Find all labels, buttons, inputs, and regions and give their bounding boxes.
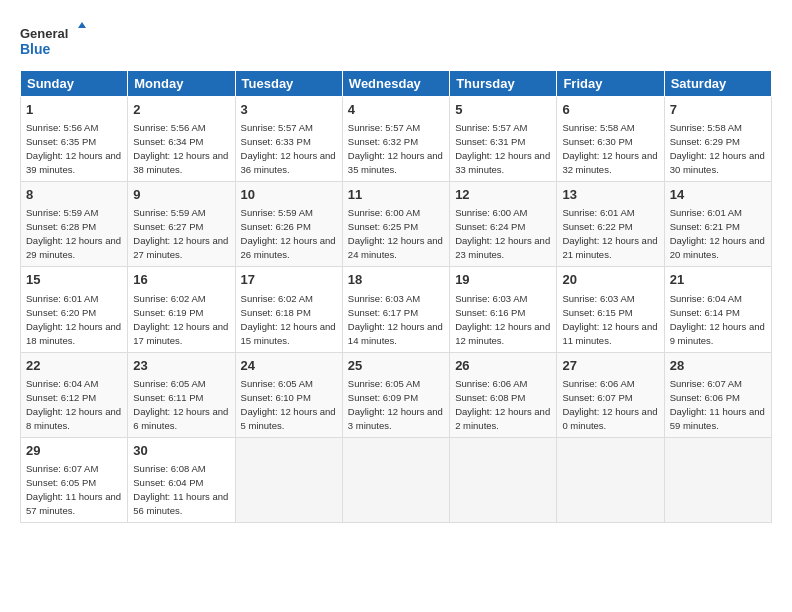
day-sunrise: Sunrise: 6:03 AM	[455, 293, 527, 304]
day-sunrise: Sunrise: 6:04 AM	[26, 378, 98, 389]
day-number: 30	[133, 442, 229, 460]
day-daylight: Daylight: 12 hours and 21 minutes.	[562, 235, 657, 260]
day-number: 10	[241, 186, 337, 204]
day-number: 3	[241, 101, 337, 119]
day-daylight: Daylight: 12 hours and 2 minutes.	[455, 406, 550, 431]
day-number: 5	[455, 101, 551, 119]
day-daylight: Daylight: 11 hours and 56 minutes.	[133, 491, 228, 516]
calendar-cell	[342, 437, 449, 522]
calendar-cell	[450, 437, 557, 522]
day-sunrise: Sunrise: 5:58 AM	[562, 122, 634, 133]
calendar-header-row: SundayMondayTuesdayWednesdayThursdayFrid…	[21, 71, 772, 97]
day-daylight: Daylight: 12 hours and 0 minutes.	[562, 406, 657, 431]
calendar-week-row: 22 Sunrise: 6:04 AM Sunset: 6:12 PM Dayl…	[21, 352, 772, 437]
day-daylight: Daylight: 12 hours and 5 minutes.	[241, 406, 336, 431]
day-daylight: Daylight: 12 hours and 32 minutes.	[562, 150, 657, 175]
day-daylight: Daylight: 11 hours and 57 minutes.	[26, 491, 121, 516]
day-number: 7	[670, 101, 766, 119]
calendar-cell: 7 Sunrise: 5:58 AM Sunset: 6:29 PM Dayli…	[664, 97, 771, 182]
calendar-cell: 14 Sunrise: 6:01 AM Sunset: 6:21 PM Dayl…	[664, 182, 771, 267]
day-header-saturday: Saturday	[664, 71, 771, 97]
day-daylight: Daylight: 12 hours and 18 minutes.	[26, 321, 121, 346]
day-daylight: Daylight: 12 hours and 14 minutes.	[348, 321, 443, 346]
calendar-cell: 20 Sunrise: 6:03 AM Sunset: 6:15 PM Dayl…	[557, 267, 664, 352]
day-sunrise: Sunrise: 6:01 AM	[562, 207, 634, 218]
day-daylight: Daylight: 12 hours and 6 minutes.	[133, 406, 228, 431]
calendar-cell: 11 Sunrise: 6:00 AM Sunset: 6:25 PM Dayl…	[342, 182, 449, 267]
calendar-cell: 25 Sunrise: 6:05 AM Sunset: 6:09 PM Dayl…	[342, 352, 449, 437]
calendar-cell: 1 Sunrise: 5:56 AM Sunset: 6:35 PM Dayli…	[21, 97, 128, 182]
calendar-cell: 18 Sunrise: 6:03 AM Sunset: 6:17 PM Dayl…	[342, 267, 449, 352]
calendar-cell: 13 Sunrise: 6:01 AM Sunset: 6:22 PM Dayl…	[557, 182, 664, 267]
day-sunset: Sunset: 6:31 PM	[455, 136, 525, 147]
day-sunset: Sunset: 6:32 PM	[348, 136, 418, 147]
day-daylight: Daylight: 12 hours and 35 minutes.	[348, 150, 443, 175]
day-sunrise: Sunrise: 6:05 AM	[241, 378, 313, 389]
day-sunset: Sunset: 6:29 PM	[670, 136, 740, 147]
day-sunset: Sunset: 6:24 PM	[455, 221, 525, 232]
day-sunrise: Sunrise: 5:59 AM	[133, 207, 205, 218]
day-sunrise: Sunrise: 6:07 AM	[670, 378, 742, 389]
day-number: 9	[133, 186, 229, 204]
day-daylight: Daylight: 12 hours and 3 minutes.	[348, 406, 443, 431]
day-number: 17	[241, 271, 337, 289]
day-sunrise: Sunrise: 6:02 AM	[241, 293, 313, 304]
calendar-cell: 6 Sunrise: 5:58 AM Sunset: 6:30 PM Dayli…	[557, 97, 664, 182]
day-sunset: Sunset: 6:22 PM	[562, 221, 632, 232]
day-daylight: Daylight: 12 hours and 20 minutes.	[670, 235, 765, 260]
day-sunrise: Sunrise: 6:00 AM	[455, 207, 527, 218]
day-number: 24	[241, 357, 337, 375]
calendar-cell: 4 Sunrise: 5:57 AM Sunset: 6:32 PM Dayli…	[342, 97, 449, 182]
calendar-cell: 16 Sunrise: 6:02 AM Sunset: 6:19 PM Dayl…	[128, 267, 235, 352]
day-sunset: Sunset: 6:30 PM	[562, 136, 632, 147]
day-sunset: Sunset: 6:26 PM	[241, 221, 311, 232]
day-daylight: Daylight: 12 hours and 33 minutes.	[455, 150, 550, 175]
calendar-cell: 29 Sunrise: 6:07 AM Sunset: 6:05 PM Dayl…	[21, 437, 128, 522]
day-number: 2	[133, 101, 229, 119]
day-sunset: Sunset: 6:06 PM	[670, 392, 740, 403]
calendar-cell: 3 Sunrise: 5:57 AM Sunset: 6:33 PM Dayli…	[235, 97, 342, 182]
day-sunrise: Sunrise: 6:05 AM	[133, 378, 205, 389]
day-sunrise: Sunrise: 6:03 AM	[562, 293, 634, 304]
day-number: 4	[348, 101, 444, 119]
day-sunrise: Sunrise: 5:59 AM	[26, 207, 98, 218]
day-sunset: Sunset: 6:11 PM	[133, 392, 203, 403]
calendar-cell: 9 Sunrise: 5:59 AM Sunset: 6:27 PM Dayli…	[128, 182, 235, 267]
day-sunset: Sunset: 6:04 PM	[133, 477, 203, 488]
calendar-cell: 19 Sunrise: 6:03 AM Sunset: 6:16 PM Dayl…	[450, 267, 557, 352]
calendar-cell: 23 Sunrise: 6:05 AM Sunset: 6:11 PM Dayl…	[128, 352, 235, 437]
day-sunset: Sunset: 6:20 PM	[26, 307, 96, 318]
calendar-cell: 30 Sunrise: 6:08 AM Sunset: 6:04 PM Dayl…	[128, 437, 235, 522]
day-sunrise: Sunrise: 5:57 AM	[348, 122, 420, 133]
day-sunset: Sunset: 6:18 PM	[241, 307, 311, 318]
calendar-cell: 24 Sunrise: 6:05 AM Sunset: 6:10 PM Dayl…	[235, 352, 342, 437]
day-daylight: Daylight: 12 hours and 38 minutes.	[133, 150, 228, 175]
day-sunset: Sunset: 6:07 PM	[562, 392, 632, 403]
calendar-cell	[235, 437, 342, 522]
day-sunrise: Sunrise: 6:06 AM	[455, 378, 527, 389]
day-number: 20	[562, 271, 658, 289]
day-sunrise: Sunrise: 6:01 AM	[26, 293, 98, 304]
day-number: 26	[455, 357, 551, 375]
day-header-friday: Friday	[557, 71, 664, 97]
calendar-week-row: 29 Sunrise: 6:07 AM Sunset: 6:05 PM Dayl…	[21, 437, 772, 522]
calendar-table: SundayMondayTuesdayWednesdayThursdayFrid…	[20, 70, 772, 523]
day-number: 25	[348, 357, 444, 375]
logo: General Blue	[20, 20, 90, 60]
day-sunset: Sunset: 6:12 PM	[26, 392, 96, 403]
day-number: 13	[562, 186, 658, 204]
calendar-cell	[664, 437, 771, 522]
day-sunrise: Sunrise: 5:57 AM	[455, 122, 527, 133]
calendar-cell: 2 Sunrise: 5:56 AM Sunset: 6:34 PM Dayli…	[128, 97, 235, 182]
day-header-wednesday: Wednesday	[342, 71, 449, 97]
day-daylight: Daylight: 12 hours and 12 minutes.	[455, 321, 550, 346]
svg-marker-2	[78, 22, 86, 28]
day-sunset: Sunset: 6:19 PM	[133, 307, 203, 318]
calendar-cell: 27 Sunrise: 6:06 AM Sunset: 6:07 PM Dayl…	[557, 352, 664, 437]
calendar-cell: 15 Sunrise: 6:01 AM Sunset: 6:20 PM Dayl…	[21, 267, 128, 352]
day-sunset: Sunset: 6:16 PM	[455, 307, 525, 318]
day-sunrise: Sunrise: 6:06 AM	[562, 378, 634, 389]
day-sunset: Sunset: 6:15 PM	[562, 307, 632, 318]
calendar-cell: 5 Sunrise: 5:57 AM Sunset: 6:31 PM Dayli…	[450, 97, 557, 182]
day-daylight: Daylight: 12 hours and 11 minutes.	[562, 321, 657, 346]
